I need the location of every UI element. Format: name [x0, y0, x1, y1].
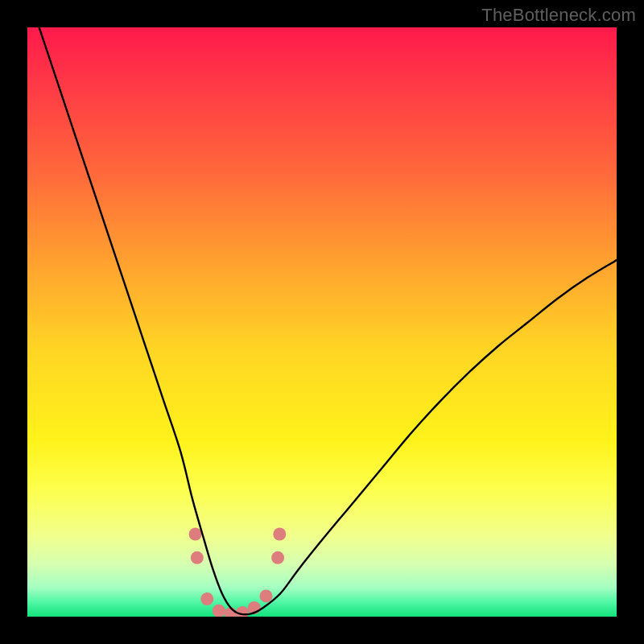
plot-area [27, 27, 617, 617]
marker-dot [259, 589, 272, 602]
marker-dot [189, 528, 202, 541]
chart-frame: TheBottleneck.com [0, 0, 644, 644]
marker-dot [273, 528, 286, 541]
curve-layer [27, 27, 617, 617]
marker-dot [271, 551, 284, 564]
watermark-text: TheBottleneck.com [481, 5, 636, 26]
bottleneck-curve [39, 27, 617, 614]
marker-dot [191, 551, 204, 564]
marker-dot [213, 605, 225, 617]
marker-dot [200, 592, 213, 605]
